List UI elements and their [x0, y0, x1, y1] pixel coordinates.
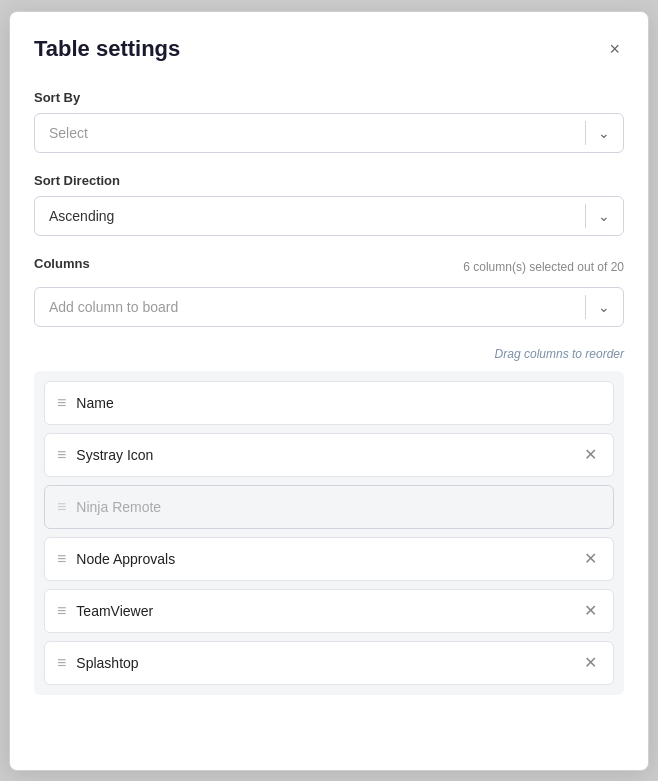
remove-column-button[interactable]: ✕: [580, 443, 601, 467]
sort-direction-label: Sort Direction: [34, 173, 624, 188]
table-row[interactable]: ≡ Node Approvals ✕: [44, 537, 614, 581]
columns-count: 6 column(s) selected out of 20: [463, 260, 624, 274]
columns-label: Columns: [34, 256, 90, 271]
drag-handle-icon: ≡: [57, 550, 64, 568]
close-button[interactable]: ×: [605, 36, 624, 62]
column-label: Systray Icon: [76, 447, 572, 463]
drag-handle-icon: ≡: [57, 446, 64, 464]
table-row[interactable]: ≡ TeamViewer ✕: [44, 589, 614, 633]
remove-column-button[interactable]: ✕: [580, 599, 601, 623]
table-row[interactable]: ≡ Systray Icon ✕: [44, 433, 614, 477]
table-row[interactable]: ≡ Ninja Remote: [44, 485, 614, 529]
remove-column-button[interactable]: ✕: [580, 547, 601, 571]
drag-hint: Drag columns to reorder: [34, 347, 624, 361]
add-column-wrapper: Add column to board ⌄: [34, 287, 624, 327]
table-settings-modal: Table settings × Sort By Select ⌄ Sort D…: [9, 11, 649, 771]
columns-header: Columns 6 column(s) selected out of 20: [34, 256, 624, 279]
sort-by-label: Sort By: [34, 90, 624, 105]
columns-list: ≡ Name ≡ Systray Icon ✕ ≡ Ninja Remote ≡…: [34, 371, 624, 695]
drag-handle-icon: ≡: [57, 602, 64, 620]
column-label: TeamViewer: [76, 603, 572, 619]
sort-direction-wrapper: Ascending Descending ⌄: [34, 196, 624, 236]
modal-header: Table settings ×: [34, 36, 624, 62]
column-label: Node Approvals: [76, 551, 572, 567]
table-row[interactable]: ≡ Splashtop ✕: [44, 641, 614, 685]
drag-handle-icon: ≡: [57, 394, 64, 412]
sort-direction-select[interactable]: Ascending Descending: [34, 196, 624, 236]
remove-column-button[interactable]: ✕: [580, 651, 601, 675]
sort-by-select[interactable]: Select: [34, 113, 624, 153]
add-column-select[interactable]: Add column to board: [34, 287, 624, 327]
modal-title: Table settings: [34, 36, 180, 62]
column-label: Splashtop: [76, 655, 572, 671]
column-label: Ninja Remote: [76, 499, 601, 515]
sort-by-wrapper: Select ⌄: [34, 113, 624, 153]
drag-handle-icon: ≡: [57, 498, 64, 516]
column-label: Name: [76, 395, 601, 411]
drag-handle-icon: ≡: [57, 654, 64, 672]
table-row[interactable]: ≡ Name: [44, 381, 614, 425]
